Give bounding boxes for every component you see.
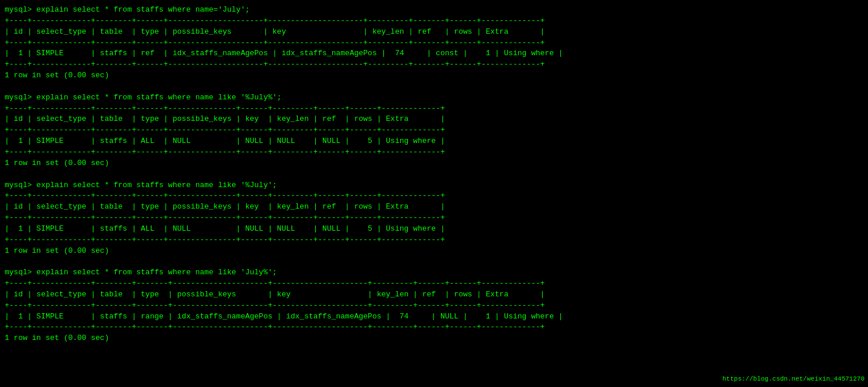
header-1: | id | select_type | table | type | poss… bbox=[5, 27, 545, 36]
border-mid-4: +----+-------------+--------+-------+---… bbox=[5, 301, 545, 310]
border-mid-1: +----+-------------+--------+------+----… bbox=[5, 38, 545, 47]
header-3: | id | select_type | table | type | poss… bbox=[5, 202, 445, 211]
result-1: 1 row in set (0.00 sec) bbox=[5, 71, 109, 80]
command-4: mysql> explain select * from staffs wher… bbox=[5, 268, 277, 277]
command-2: mysql> explain select * from staffs wher… bbox=[5, 93, 282, 102]
border-mid-3: +----+-------------+--------+------+----… bbox=[5, 213, 445, 222]
data-1: | 1 | SIMPLE | staffs | ref | idx_staffs… bbox=[5, 49, 563, 58]
border-top-2: +----+-------------+--------+------+----… bbox=[5, 104, 445, 113]
border-bot-4: +----+-------------+--------+-------+---… bbox=[5, 322, 545, 331]
border-top-3: +----+-------------+--------+------+----… bbox=[5, 191, 445, 200]
data-2: | 1 | SIMPLE | staffs | ALL | NULL | NUL… bbox=[5, 137, 445, 145]
result-4: 1 row in set (0.00 sec) bbox=[5, 334, 109, 342]
data-3: | 1 | SIMPLE | staffs | ALL | NULL | NUL… bbox=[5, 224, 445, 233]
header-4: | id | select_type | table | type | poss… bbox=[5, 290, 545, 299]
border-mid-2: +----+-------------+--------+------+----… bbox=[5, 126, 445, 134]
terminal-output: mysql> explain select * from staffs wher… bbox=[5, 5, 863, 344]
result-2: 1 row in set (0.00 sec) bbox=[5, 159, 109, 167]
command-3: mysql> explain select * from staffs wher… bbox=[5, 181, 277, 189]
watermark: https://blog.csdn.net/weixin_44571270 bbox=[723, 375, 865, 384]
border-top-1: +----+-------------+--------+------+----… bbox=[5, 16, 545, 25]
border-top-4: +----+-------------+--------+-------+---… bbox=[5, 279, 545, 288]
command-1: mysql> explain select * from staffs wher… bbox=[5, 5, 250, 14]
header-2: | id | select_type | table | type | poss… bbox=[5, 114, 445, 123]
border-bot-2: +----+-------------+--------+------+----… bbox=[5, 148, 445, 156]
result-3: 1 row in set (0.00 sec) bbox=[5, 246, 109, 255]
data-4: | 1 | SIMPLE | staffs | range | idx_staf… bbox=[5, 312, 563, 321]
border-bot-3: +----+-------------+--------+------+----… bbox=[5, 235, 445, 244]
border-bot-1: +----+-------------+--------+------+----… bbox=[5, 60, 545, 69]
